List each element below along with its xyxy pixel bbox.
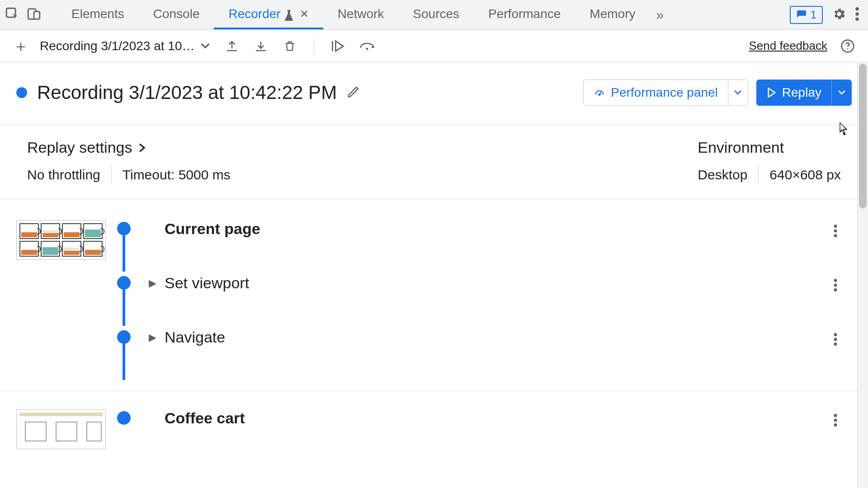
svg-point-5 [855,17,859,21]
svg-point-11 [834,230,837,233]
step-node-icon [117,330,131,344]
svg-point-15 [834,288,837,291]
svg-point-4 [855,12,859,16]
timeline-step: Current page [16,220,841,274]
step-node-icon [117,411,131,425]
step-thumbnail [16,409,106,449]
tab-label: Recorder [228,7,280,21]
replay-label: Replay [782,85,821,100]
inspect-element-icon[interactable] [5,6,20,23]
issues-badge[interactable]: 1 [790,6,823,24]
recording-title: Recording 3/1/2023 at 10:42:22 PM [37,82,337,103]
separator [758,166,759,183]
step-title[interactable]: Coffee cart [165,409,245,427]
svg-point-16 [834,333,837,336]
experiment-icon [284,9,293,19]
svg-rect-2 [34,11,40,19]
edit-title-icon[interactable] [347,85,360,100]
recorder-toolbar: ＋ Recording 3/1/2023 at 10… Send feedbac… [0,30,868,62]
tab-label: Network [338,7,384,21]
timeline-step: Coffee cart [16,409,841,464]
recording-selector-label: Recording 3/1/2023 at 10… [40,39,194,53]
replay-settings-label: Replay settings [27,139,132,156]
continue-icon[interactable] [330,38,346,54]
steps-timeline: Current page ▶ Set viewport ▶ Navigate [0,199,868,464]
import-icon[interactable] [224,38,240,54]
tab-performance[interactable]: Performance [474,0,575,29]
replay-button[interactable]: Replay [756,80,852,106]
recording-indicator-icon [16,87,27,98]
export-icon[interactable] [253,38,269,54]
replay-settings-panel: Replay settings No throttling Timeout: 5… [0,125,868,199]
tab-label: Performance [488,7,561,21]
performance-panel-label: Performance panel [611,85,718,100]
gauge-icon [594,87,605,99]
step-title[interactable]: Navigate [165,328,225,346]
step-menu-icon[interactable] [830,329,841,351]
chevron-right-icon[interactable]: ▶ [148,332,156,343]
step-menu-icon[interactable] [830,410,841,432]
svg-point-8 [847,48,849,50]
tab-memory[interactable]: Memory [575,0,650,29]
replay-caret[interactable] [831,80,851,105]
settings-gear-icon[interactable] [832,7,846,23]
svg-point-17 [834,338,837,341]
kebab-menu-icon[interactable] [855,7,859,23]
svg-point-12 [834,234,837,237]
play-icon [767,88,777,98]
scrollbar[interactable] [857,63,868,488]
timeline-step: ▶ Navigate [16,328,841,383]
recording-selector[interactable]: Recording 3/1/2023 at 10… [40,39,210,53]
new-recording-button[interactable]: ＋ [13,38,29,54]
svg-point-18 [834,343,837,346]
group-separator [0,391,868,391]
step-menu-icon[interactable] [830,275,841,297]
more-tabs-icon[interactable]: » [650,7,670,23]
svg-point-10 [834,225,837,228]
tab-recorder[interactable]: Recorder ✕ [214,0,323,29]
svg-point-6 [366,47,368,50]
tab-elements[interactable]: Elements [57,0,139,29]
separator [111,166,112,183]
help-icon[interactable] [840,38,855,54]
devtools-tabstrip: Elements Console Recorder ✕ Network Sour… [0,0,868,30]
svg-point-19 [834,414,837,417]
step-title[interactable]: Current page [165,220,260,238]
viewport-value: 640×608 px [769,167,841,183]
tab-label: Console [153,7,200,21]
svg-point-13 [834,279,837,282]
replay-settings-heading[interactable]: Replay settings [27,139,231,156]
svg-point-14 [834,284,837,287]
chevron-right-icon [138,143,146,152]
separator [314,38,314,54]
chevron-down-icon [201,42,210,51]
step-node-icon [117,222,131,235]
tab-label: Sources [413,7,459,21]
timeline-step: ▶ Set viewport [16,274,841,328]
tab-network[interactable]: Network [323,0,399,29]
step-node-icon [117,276,131,290]
delete-icon[interactable] [282,38,297,54]
device-toolbar-icon[interactable] [26,6,42,23]
svg-point-21 [834,423,837,427]
environment-label: Environment [698,139,784,156]
throttling-value: No throttling [27,167,100,183]
scrollbar-thumb[interactable] [859,64,867,208]
step-title[interactable]: Set viewport [165,274,249,292]
tab-sources[interactable]: Sources [398,0,474,29]
tab-console[interactable]: Console [139,0,214,29]
performance-panel-caret[interactable] [728,80,748,105]
svg-point-20 [834,419,837,422]
timeout-value: Timeout: 5000 ms [123,167,231,183]
step-over-icon[interactable] [359,38,375,54]
step-menu-icon[interactable] [830,221,841,243]
svg-point-3 [855,7,859,11]
close-tab-icon[interactable]: ✕ [300,9,309,19]
chevron-right-icon[interactable]: ▶ [148,277,156,289]
environment-heading: Environment [698,139,841,156]
send-feedback-link[interactable]: Send feedback [749,39,827,53]
tab-label: Elements [71,7,124,21]
issues-count: 1 [811,9,816,21]
performance-panel-button[interactable]: Performance panel [583,80,748,106]
svg-point-9 [599,94,600,95]
